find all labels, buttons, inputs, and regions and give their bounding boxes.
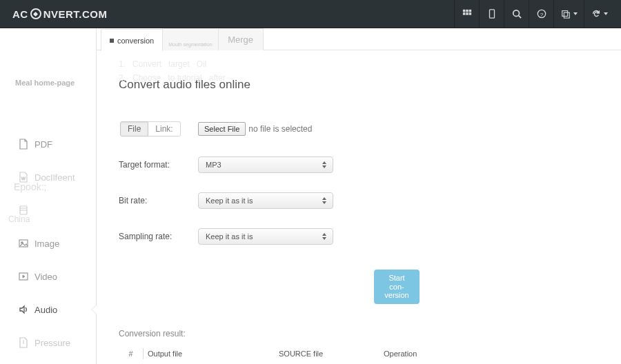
brand-text-left: AC — [12, 8, 28, 20]
link-tab-button[interactable]: Link: — [148, 121, 180, 136]
result-block: Conversion result: # Output file SOURCE … — [119, 329, 599, 359]
brand-text-right: NVERT.COM — [43, 8, 108, 20]
content: conversion Mouth segmentation Merge 1. C… — [97, 28, 621, 364]
select-sampling-wrap: Keep it as it is — [198, 228, 333, 245]
file-tab-button[interactable]: File — [120, 121, 148, 136]
sidebar-item-document[interactable]: W DocIlfeent — [0, 161, 96, 194]
doc-file-icon: W — [18, 172, 29, 183]
sidebar-list: PDF W DocIlfeent Image — [0, 128, 96, 359]
sidebar: Meal home-page Epook:; China PDF W DocIl… — [0, 28, 97, 364]
refresh-button[interactable] — [584, 0, 614, 28]
svg-rect-1 — [466, 10, 469, 12]
svg-text:W: W — [21, 176, 26, 181]
file-select: Select File no file is selected — [198, 122, 312, 136]
svg-rect-2 — [469, 10, 471, 12]
help-button[interactable]: ? — [529, 0, 553, 28]
help-icon: ? — [537, 9, 546, 19]
filelink-group-wrap: File Link: — [119, 121, 198, 136]
row-sampling: Sampling rate: Keep it as it is — [119, 227, 599, 246]
mobile-icon — [487, 9, 497, 19]
image-icon — [18, 238, 29, 249]
sidebar-item-label: DocIlfeent — [34, 172, 75, 183]
search-icon — [512, 9, 522, 19]
svg-line-8 — [518, 16, 521, 19]
video-icon — [18, 271, 29, 282]
search-button[interactable] — [504, 0, 529, 28]
row-start: Start con-version — [119, 270, 599, 304]
select-file-button[interactable]: Select File — [198, 122, 246, 136]
tabs: conversion Mouth segmentation Merge — [97, 28, 621, 50]
main-wrap: Meal home-page Epook:; China PDF W DocIl… — [0, 28, 621, 364]
refresh-icon — [591, 9, 601, 19]
sidebar-item-label: PDF — [34, 139, 52, 150]
svg-rect-11 — [562, 11, 567, 17]
language-button[interactable] — [553, 0, 584, 28]
select-target-format-wrap: MP3 — [198, 156, 333, 173]
select-value: MP3 — [206, 161, 221, 169]
grid-icon — [462, 9, 472, 19]
result-table-header: # Output file SOURCE file Operation — [119, 348, 599, 359]
svg-rect-3 — [462, 12, 465, 15]
select-arrows-icon — [322, 161, 327, 168]
sidebar-item-label: Audio — [34, 305, 57, 315]
select-value: Keep it as it is — [206, 232, 253, 241]
sidebar-item-pressure[interactable]: Pressure — [0, 326, 96, 359]
svg-rect-0 — [462, 10, 465, 12]
audio-icon — [18, 304, 29, 315]
sidebar-item-ebook[interactable] — [0, 194, 96, 227]
home-label: Meal home-page — [15, 79, 75, 88]
top-toolbar: ? — [454, 0, 614, 28]
svg-rect-12 — [564, 12, 569, 18]
row-file: File Link: Select File no file is select… — [119, 119, 599, 139]
file-status: no file is selected — [248, 124, 312, 134]
tab-merge[interactable]: Merge — [218, 28, 264, 50]
brand-convert-icon — [30, 8, 41, 19]
filelink-toggle: File Link: — [120, 121, 198, 136]
select-arrows-icon — [322, 233, 327, 240]
svg-rect-5 — [469, 12, 471, 15]
page-title: Convert audio files online — [119, 78, 599, 92]
label-target-format: Target format: — [119, 160, 198, 170]
tab-active-indicator-icon — [110, 39, 114, 43]
select-bitrate-wrap: Keep it as it is — [198, 192, 333, 209]
sidebar-item-audio[interactable]: Audio — [0, 293, 96, 326]
col-source: SOURCE file — [275, 348, 379, 359]
label-bitrate: Bit rate: — [119, 196, 198, 205]
mobile-button[interactable] — [479, 0, 504, 28]
svg-text:?: ? — [540, 12, 543, 18]
brand[interactable]: AC NVERT.COM — [12, 8, 108, 20]
row-target-format: Target format: MP3 — [119, 155, 599, 174]
sidebar-item-label: Image — [34, 239, 59, 249]
sidebar-item-label: Video — [34, 272, 57, 282]
tab-conversion[interactable]: conversion — [101, 29, 163, 51]
select-arrows-icon — [322, 197, 327, 204]
chevron-down-icon — [573, 12, 578, 15]
chevron-down-icon — [604, 12, 608, 15]
grid-button[interactable] — [454, 0, 479, 28]
sidebar-item-pdf[interactable]: PDF — [0, 128, 96, 161]
svg-rect-4 — [466, 12, 469, 15]
sidebar-item-video[interactable]: Video — [0, 260, 96, 293]
pdf-file-icon — [18, 139, 29, 150]
sidebar-item-image[interactable]: Image — [0, 227, 96, 260]
tab-label: conversion — [117, 37, 154, 45]
language-icon — [561, 9, 571, 19]
svg-point-7 — [513, 10, 519, 17]
sidebar-item-label: Pressure — [34, 338, 70, 348]
top-bar: AC NVERT.COM ? — [0, 0, 621, 28]
col-operation: Operation — [379, 348, 462, 359]
result-label: Conversion result: — [119, 329, 599, 338]
tab-segmentation[interactable]: Mouth segmentation — [162, 28, 218, 50]
select-target-format[interactable]: MP3 — [198, 156, 333, 173]
start-conversion-button[interactable]: Start con-version — [374, 270, 420, 304]
tab-label: Merge — [228, 34, 253, 45]
select-sampling[interactable]: Keep it as it is — [198, 228, 333, 245]
select-bitrate[interactable]: Keep it as it is — [198, 192, 333, 209]
col-output: Output file — [144, 348, 275, 359]
select-value: Keep it as it is — [206, 196, 253, 205]
ghost-line-1: 1. Convert target Oil — [119, 59, 206, 69]
col-number: # — [119, 348, 144, 359]
archive-icon — [18, 337, 29, 348]
row-bitrate: Bit rate: Keep it as it is — [119, 191, 599, 210]
page-body: 1. Convert target Oil 2. Choose to tutor… — [97, 50, 621, 359]
